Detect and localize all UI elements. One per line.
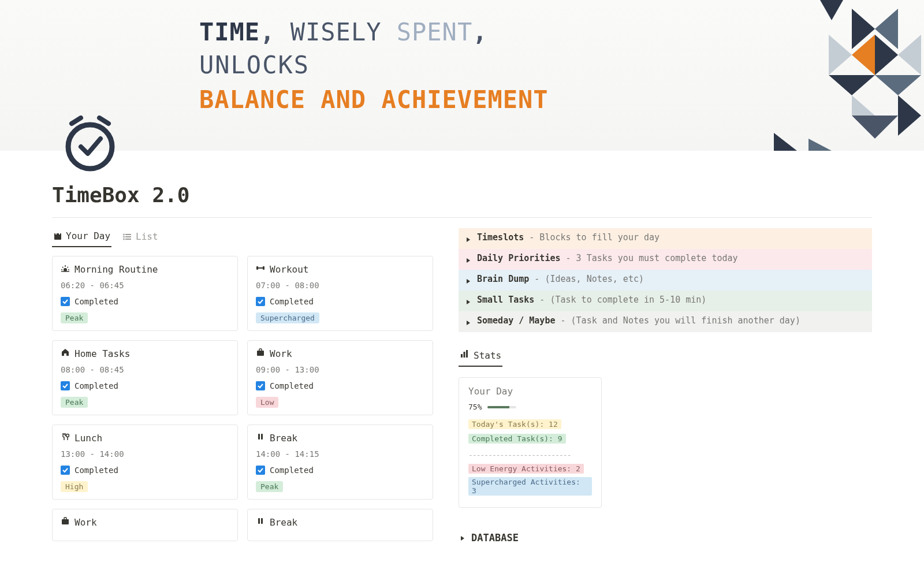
energy-tag: Supercharged <box>256 312 319 323</box>
card-title-text: Lunch <box>74 433 102 444</box>
triangle-right-icon <box>465 297 471 307</box>
svg-line-14 <box>72 118 81 124</box>
toggle-desc: - Blocks to fill your day <box>524 232 660 243</box>
toggle-list: Timeslots - Blocks to fill your dayDaily… <box>459 228 872 332</box>
database-toggle[interactable]: DATABASE <box>459 526 872 549</box>
hero-time: TIME <box>199 18 260 46</box>
task-card[interactable]: Lunch13:00 - 14:00CompletedHigh <box>52 425 238 500</box>
bar-chart-icon <box>460 349 469 361</box>
toggle-row[interactable]: Daily Priorities - 3 Tasks you must comp… <box>459 249 872 270</box>
svg-marker-8 <box>875 75 921 95</box>
checkbox-checked-icon[interactable] <box>256 466 265 475</box>
toggle-label: Timeslots <box>477 232 524 243</box>
svg-rect-34 <box>263 266 264 270</box>
toggle-label: Someday / Maybe <box>477 315 555 326</box>
hero-unlocks: UNLOCKS <box>199 51 310 79</box>
card-title-text: Workout <box>270 264 308 275</box>
card-completed: Completed <box>256 381 424 390</box>
card-title-text: Home Tasks <box>74 348 130 359</box>
energy-tag: Low <box>256 397 278 408</box>
svg-marker-46 <box>467 279 470 284</box>
briefcase-icon <box>61 516 70 528</box>
tab-stats[interactable]: Stats <box>459 346 502 367</box>
task-card[interactable]: Morning Routine06:20 - 06:45CompletedPea… <box>52 256 238 331</box>
hero-triangles-decor <box>681 0 924 151</box>
energy-tag: Peak <box>61 397 88 408</box>
stat-divider: -------------------------- <box>468 451 592 459</box>
svg-rect-49 <box>461 354 463 358</box>
sunrise-icon <box>61 263 70 275</box>
task-card[interactable]: Workout07:00 - 08:00CompletedSupercharge… <box>247 256 433 331</box>
toggle-desc: - (Task and Notes you will finish anothe… <box>555 315 800 326</box>
triangle-right-icon <box>465 318 471 328</box>
svg-marker-52 <box>461 536 464 541</box>
svg-rect-36 <box>257 351 264 356</box>
tab-your-day-label: Your Day <box>66 230 110 241</box>
svg-line-31 <box>68 267 69 268</box>
svg-marker-10 <box>898 95 921 136</box>
svg-marker-7 <box>829 75 875 95</box>
tab-list-label: List <box>136 231 158 242</box>
stat-low-energy: Low Energy Activities: 2 <box>468 464 584 474</box>
svg-marker-11 <box>774 133 797 151</box>
toggle-desc: - (Task to complete in 5-10 min) <box>534 295 706 305</box>
page-title: TimeBox 2.0 <box>52 183 872 207</box>
checkbox-checked-icon[interactable] <box>256 381 265 390</box>
toggle-label: Small Tasks <box>477 295 534 305</box>
svg-rect-40 <box>261 434 263 440</box>
stat-today-tasks: Today's Task(s): 12 <box>468 419 561 429</box>
card-time: 06:20 - 06:45 <box>61 281 229 290</box>
svg-marker-6 <box>898 35 921 75</box>
stats-card[interactable]: Your Day 75% Today's Task(s): 12 Complet… <box>459 377 602 508</box>
toggle-row[interactable]: Brain Dump - (Ideas, Notes, etc) <box>459 270 872 291</box>
tab-your-day[interactable]: Your Day <box>52 228 111 247</box>
svg-marker-45 <box>467 258 470 263</box>
svg-rect-41 <box>62 519 69 524</box>
svg-rect-43 <box>261 518 263 524</box>
progress-percent: 75% <box>468 403 482 411</box>
stats-tab-label: Stats <box>474 350 501 361</box>
svg-marker-13 <box>808 139 832 151</box>
tab-list[interactable]: List <box>122 228 159 247</box>
card-completed: Completed <box>256 297 424 306</box>
toggle-row[interactable]: Someday / Maybe - (Task and Notes you wi… <box>459 311 872 332</box>
task-card[interactable]: Home Tasks08:00 - 08:45CompletedPeak <box>52 340 238 415</box>
triangle-right-icon <box>465 276 471 286</box>
svg-rect-19 <box>59 232 60 234</box>
svg-point-37 <box>66 434 69 437</box>
checkbox-checked-icon[interactable] <box>61 466 70 475</box>
triangle-right-icon <box>465 234 471 245</box>
svg-rect-51 <box>466 350 468 358</box>
checkbox-checked-icon[interactable] <box>256 297 265 306</box>
card-time: 07:00 - 08:00 <box>256 281 424 290</box>
toggle-row[interactable]: Timeslots - Blocks to fill your day <box>459 228 872 249</box>
svg-marker-12 <box>852 116 898 139</box>
toggle-desc: - (Ideas, Notes, etc) <box>529 274 644 284</box>
hero-balance: BALANCE AND ACHIEVEMENT <box>199 84 549 117</box>
completed-label: Completed <box>270 381 314 390</box>
completed-label: Completed <box>74 381 118 390</box>
checkbox-checked-icon[interactable] <box>61 297 70 306</box>
task-card[interactable]: Break <box>247 509 433 541</box>
svg-marker-47 <box>467 300 470 304</box>
card-title-text: Break <box>270 517 297 528</box>
card-time: 08:00 - 08:45 <box>61 365 229 374</box>
svg-marker-3 <box>829 35 852 75</box>
card-time: 09:00 - 13:00 <box>256 365 424 374</box>
checkbox-checked-icon[interactable] <box>61 381 70 390</box>
task-card[interactable]: Work09:00 - 13:00CompletedLow <box>247 340 433 415</box>
svg-rect-42 <box>258 518 260 524</box>
svg-line-30 <box>62 267 64 268</box>
fork-icon <box>61 432 70 444</box>
toggle-row[interactable]: Small Tasks - (Task to complete in 5-10 … <box>459 291 872 311</box>
task-card[interactable]: Break14:00 - 14:15CompletedPeak <box>247 425 433 500</box>
progress-row: 75% <box>468 403 592 411</box>
card-title-text: Morning Routine <box>74 264 158 275</box>
svg-marker-9 <box>852 95 875 116</box>
view-tabs: Your Day List <box>52 228 433 248</box>
dumbbell-icon <box>256 263 265 275</box>
task-card[interactable]: Work <box>52 509 238 541</box>
card-time: 13:00 - 14:00 <box>61 449 229 459</box>
card-completed: Completed <box>256 466 424 475</box>
toggle-desc: - 3 Tasks you must complete today <box>561 253 738 263</box>
